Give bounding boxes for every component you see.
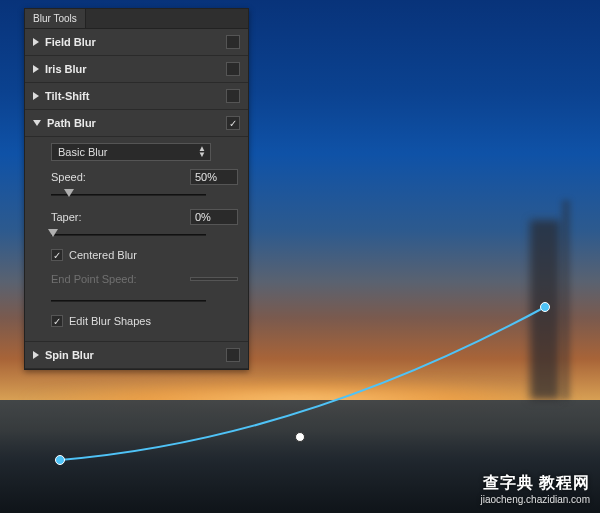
disclosure-right-icon (33, 92, 39, 100)
centered-blur-row[interactable]: Centered Blur (51, 249, 238, 261)
taper-row: Taper: 0% (51, 209, 238, 225)
slider-track (51, 300, 206, 302)
taper-label: Taper: (51, 211, 184, 223)
enable-checkbox[interactable] (226, 62, 240, 76)
blur-tools-panel: Blur Tools Field Blur Iris Blur Tilt-Shi… (24, 8, 249, 370)
enable-checkbox[interactable] (226, 35, 240, 49)
panel-tab-bar: Blur Tools (25, 9, 248, 29)
enable-checkbox[interactable] (226, 116, 240, 130)
disclosure-right-icon (33, 351, 39, 359)
dropdown-arrows-icon: ▲▼ (198, 146, 204, 158)
section-label: Field Blur (45, 36, 220, 48)
slider-thumb[interactable] (48, 229, 58, 237)
section-field-blur[interactable]: Field Blur (25, 29, 248, 56)
end-point-speed-slider (51, 293, 238, 309)
disclosure-right-icon (33, 65, 39, 73)
section-label: Iris Blur (45, 63, 220, 75)
slider-thumb[interactable] (64, 189, 74, 197)
taper-slider[interactable] (51, 227, 238, 243)
centered-blur-label: Centered Blur (69, 249, 137, 261)
edit-blur-shapes-checkbox[interactable] (51, 315, 63, 327)
bridge-cable (562, 200, 570, 400)
end-point-speed-value (190, 277, 238, 281)
section-spin-blur[interactable]: Spin Blur (25, 342, 248, 369)
end-point-speed-label: End Point Speed: (51, 273, 184, 285)
speed-row: Speed: 50% (51, 169, 238, 185)
path-blur-body: Basic Blur ▲▼ Speed: 50% Taper: 0% Cente… (25, 137, 248, 342)
section-label: Spin Blur (45, 349, 220, 361)
blur-type-dropdown[interactable]: Basic Blur ▲▼ (51, 143, 211, 161)
slider-track (51, 234, 206, 236)
watermark: 查字典 教程网 jiaocheng.chazidian.com (480, 473, 590, 505)
slider-track (51, 194, 206, 196)
section-path-blur[interactable]: Path Blur (25, 110, 248, 137)
section-iris-blur[interactable]: Iris Blur (25, 56, 248, 83)
speed-slider[interactable] (51, 187, 238, 203)
centered-blur-checkbox[interactable] (51, 249, 63, 261)
speed-value[interactable]: 50% (190, 169, 238, 185)
watermark-url: jiaocheng.chazidian.com (480, 494, 590, 505)
section-tilt-shift[interactable]: Tilt-Shift (25, 83, 248, 110)
end-point-speed-row: End Point Speed: (51, 267, 238, 291)
disclosure-down-icon (33, 120, 41, 126)
taper-value[interactable]: 0% (190, 209, 238, 225)
section-label: Path Blur (47, 117, 220, 129)
path-endpoint[interactable] (540, 302, 550, 312)
path-endpoint[interactable] (55, 455, 65, 465)
disclosure-right-icon (33, 38, 39, 46)
dropdown-value: Basic Blur (58, 146, 108, 158)
path-midpoint[interactable] (295, 432, 305, 442)
panel-tab-blur-tools[interactable]: Blur Tools (25, 9, 86, 28)
section-label: Tilt-Shift (45, 90, 220, 102)
speed-label: Speed: (51, 171, 184, 183)
edit-blur-shapes-row[interactable]: Edit Blur Shapes (51, 315, 238, 327)
enable-checkbox[interactable] (226, 89, 240, 103)
edit-blur-shapes-label: Edit Blur Shapes (69, 315, 151, 327)
enable-checkbox[interactable] (226, 348, 240, 362)
watermark-title: 查字典 教程网 (480, 473, 590, 494)
